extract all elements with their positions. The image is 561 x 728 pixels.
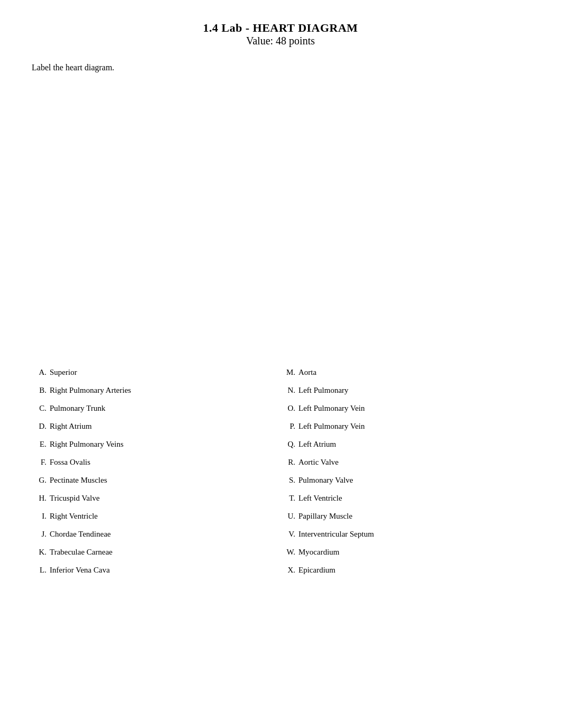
legend-item-text: Right Ventricle — [50, 510, 98, 522]
legend-letter: M. — [280, 366, 295, 379]
list-item: B.Right Pulmonary Arteries — [32, 381, 280, 399]
legend-item-text: Pectinate Muscles — [50, 474, 107, 486]
legend-letter: D. — [32, 420, 46, 432]
list-item: L.Inferior Vena Cava — [32, 561, 280, 579]
list-item: S.Pulmonary Valve — [280, 471, 529, 489]
legend-item-text: Aortic Valve — [298, 456, 339, 468]
legend-letter: R. — [280, 456, 295, 468]
legend-item-text: Aorta — [298, 366, 316, 379]
legend-letter: Q. — [280, 438, 295, 450]
list-item: P.Left Pulmonary Vein — [280, 417, 529, 435]
legend-letter: N. — [280, 384, 295, 397]
legend-item-text: Right Pulmonary Veins — [50, 438, 124, 450]
legend-letter: S. — [280, 474, 295, 486]
legend-letter: T. — [280, 492, 295, 504]
legend-item-text: Superior — [50, 366, 77, 379]
list-item: D.Right Atrium — [32, 417, 280, 435]
list-item: M.Aorta — [280, 363, 529, 381]
legend-letter: W. — [280, 546, 295, 558]
legend-letter: C. — [32, 402, 46, 414]
legend-item-text: Right Atrium — [50, 420, 92, 432]
legend-item-text: Pulmonary Valve — [298, 474, 353, 486]
heart-diagram — [32, 78, 529, 353]
legend-item-text: Inferior Vena Cava — [50, 564, 110, 576]
instruction-text: Label the heart diagram. — [32, 63, 529, 72]
legend-letter: P. — [280, 420, 295, 432]
list-item: C.Pulmonary Trunk — [32, 399, 280, 417]
legend-letter: L. — [32, 564, 46, 576]
list-item: K.Trabeculae Carneae — [32, 543, 280, 561]
legend-letter: F. — [32, 456, 46, 468]
legend-letter: O. — [280, 402, 295, 414]
list-item: J.Chordae Tendineae — [32, 525, 280, 543]
legend-item-text: Pulmonary Trunk — [50, 402, 105, 414]
legend-item-text: Left Atrium — [298, 438, 336, 450]
legend-letter: A. — [32, 366, 46, 379]
legend-section: A.SuperiorB.Right Pulmonary ArteriesC.Pu… — [32, 363, 529, 579]
legend-item-text: Trabeculae Carneae — [50, 546, 113, 558]
list-item: H.Tricuspid Valve — [32, 489, 280, 507]
list-item: T.Left Ventricle — [280, 489, 529, 507]
list-item: X.Epicardium — [280, 561, 529, 579]
legend-letter: I. — [32, 510, 46, 522]
legend-letter: X. — [280, 564, 295, 576]
legend-letter: E. — [32, 438, 46, 450]
legend-item-text: Interventricular Septum — [298, 528, 374, 540]
list-item: R.Aortic Valve — [280, 453, 529, 471]
page-header: 1.4 Lab - HEART DIAGRAM Value: 48 points — [32, 21, 529, 47]
legend-item-text: Left Pulmonary Vein — [298, 402, 365, 414]
list-item: Q.Left Atrium — [280, 435, 529, 453]
legend-item-text: Papillary Muscle — [298, 510, 352, 522]
list-item: F.Fossa Ovalis — [32, 453, 280, 471]
list-item: G.Pectinate Muscles — [32, 471, 280, 489]
list-item: I.Right Ventricle — [32, 507, 280, 525]
page-title: 1.4 Lab - HEART DIAGRAM — [32, 21, 529, 35]
legend-letter: H. — [32, 492, 46, 504]
legend-item-text: Right Pulmonary Arteries — [50, 384, 131, 397]
legend-letter: K. — [32, 546, 46, 558]
legend-item-text: Fossa Ovalis — [50, 456, 90, 468]
legend-item-text: Myocardium — [298, 546, 339, 558]
legend-item-text: Left Pulmonary Vein — [298, 420, 365, 432]
legend-letter: V. — [280, 528, 295, 540]
legend-item-text: Left Ventricle — [298, 492, 342, 504]
legend-item-text: Left Pulmonary — [298, 384, 349, 397]
legend-letter: B. — [32, 384, 46, 397]
list-item: N.Left Pulmonary — [280, 381, 529, 399]
legend-letter: G. — [32, 474, 46, 486]
legend-item-text: Epicardium — [298, 564, 335, 576]
list-item: U.Papillary Muscle — [280, 507, 529, 525]
legend-letter: J. — [32, 528, 46, 540]
legend-item-text: Chordae Tendineae — [50, 528, 111, 540]
list-item: O.Left Pulmonary Vein — [280, 399, 529, 417]
legend-left-column: A.SuperiorB.Right Pulmonary ArteriesC.Pu… — [32, 363, 280, 579]
legend-right-column: M.AortaN.Left PulmonaryO.Left Pulmonary … — [280, 363, 529, 579]
legend-letter: U. — [280, 510, 295, 522]
list-item: A.Superior — [32, 363, 280, 381]
legend-item-text: Tricuspid Valve — [50, 492, 100, 504]
page-subtitle: Value: 48 points — [32, 35, 529, 47]
list-item: E.Right Pulmonary Veins — [32, 435, 280, 453]
list-item: V.Interventricular Septum — [280, 525, 529, 543]
list-item: W.Myocardium — [280, 543, 529, 561]
